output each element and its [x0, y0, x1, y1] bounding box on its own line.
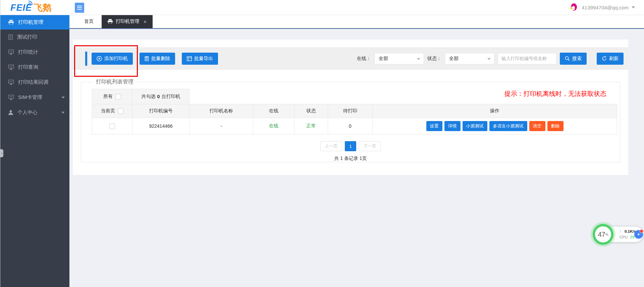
logo-text-cn: 飞鹅 — [34, 2, 51, 13]
button-label: 批量导出 — [194, 56, 213, 62]
sidebar-item-personal-center[interactable]: 个人中心 — [0, 105, 69, 120]
select-value: 全部 — [449, 56, 459, 62]
next-page-button[interactable]: 下一页 — [359, 141, 381, 151]
plus-circle-icon — [97, 56, 102, 61]
settings-button[interactable]: 设置 — [426, 121, 442, 131]
printer-status: 正常 — [294, 118, 328, 134]
button-label: 搜索 — [572, 56, 582, 62]
select-all-label: 所有 — [103, 94, 113, 100]
batch-delete-button[interactable]: 批量删除 — [140, 53, 175, 65]
batch-export-button[interactable]: 批量导出 — [182, 53, 218, 65]
online-filter-label: 在线： — [357, 56, 371, 62]
printer-pending-count: 0 — [328, 118, 373, 134]
sidebar-item-label: 个人中心 — [17, 109, 38, 116]
status-filter-label: 状态： — [427, 56, 441, 62]
chevron-down-icon — [487, 58, 491, 60]
tab-home[interactable]: 首页 — [76, 15, 102, 28]
printer-icon — [108, 19, 113, 24]
column-header-current-page: 当前页 — [92, 104, 132, 118]
monitor-icon — [8, 95, 14, 100]
sidebar-item-sim-card-management[interactable]: SIM卡管理 — [0, 90, 69, 105]
search-input[interactable] — [498, 53, 556, 64]
delete-button[interactable]: 删除 — [547, 121, 564, 131]
trash-icon — [145, 56, 149, 61]
record-summary: 共 1 条记录 1页 — [81, 156, 620, 162]
sidebar-item-label: SIM卡管理 — [18, 94, 42, 101]
row-checkbox[interactable] — [109, 123, 115, 129]
column-header-pending: 待打印 — [328, 104, 373, 118]
sidebar-item-label: 打印机管理 — [18, 19, 43, 25]
monitor-icon — [8, 65, 14, 70]
printer-list-legend: 打印机列表管理 — [93, 78, 137, 85]
toolbar: 添加打印机 批量删除 批量导出 在线： 全部 — [73, 47, 628, 70]
table-header-row: 当前页 打印机编号 打印机名称 在线 状态 待打印 操作 — [92, 104, 617, 118]
sidebar: 打印机管理 测试打印 打印统计 打印查询 打印结果回调 — [0, 15, 69, 287]
app-window: FEIE 飞鹅 413994704@qq.com 打印机管理 — [0, 0, 644, 287]
accent-bar — [85, 52, 87, 66]
hamburger-icon — [77, 7, 82, 8]
select-page-checkbox[interactable] — [118, 108, 123, 114]
select-all-cell: 所有 — [92, 89, 132, 104]
sidebar-item-label: 打印统计 — [18, 49, 38, 55]
clear-button[interactable]: 清空 — [529, 121, 545, 131]
search-button[interactable]: 搜索 — [560, 53, 587, 65]
details-button[interactable]: 详情 — [444, 121, 461, 131]
pagination: 上一页 1 下一页 — [81, 141, 620, 151]
document-icon — [8, 35, 13, 40]
selected-count: 0 — [157, 94, 160, 99]
status-filter-select[interactable]: 全部 — [445, 53, 494, 64]
selected-summary-prefix: 共勾选 — [142, 94, 156, 100]
refresh-icon — [602, 56, 607, 61]
tab-bar: 首页 打印机管理 × — [69, 15, 644, 29]
tab-printer-management[interactable]: 打印机管理 × — [102, 15, 153, 28]
column-header-name: 打印机名称 — [190, 104, 253, 118]
percent-sign: % — [605, 233, 608, 236]
user-menu[interactable]: 413994704@qq.com — [568, 0, 635, 15]
select-all-checkbox[interactable] — [115, 94, 121, 100]
sidebar-item-printer-management[interactable]: 打印机管理 — [0, 15, 69, 30]
page-1-button[interactable]: 1 — [345, 141, 356, 151]
app-logo[interactable]: FEIE 飞鹅 — [10, 2, 51, 13]
sidebar-collapse-handle[interactable]: ‹ — [0, 149, 3, 157]
notification-dot — [640, 229, 643, 233]
chevron-down-icon — [632, 6, 635, 8]
prev-page-button[interactable]: 上一页 — [320, 141, 342, 151]
export-icon — [187, 56, 192, 61]
refresh-button[interactable]: 刷新 — [597, 53, 624, 65]
printer-sn: 922414466 — [132, 118, 190, 134]
add-printer-button[interactable]: 添加打印机 — [92, 53, 133, 65]
sidebar-toggle-button[interactable] — [75, 3, 84, 13]
ticket-test-button[interactable]: 小票测试 — [463, 121, 487, 131]
tab-label: 首页 — [84, 18, 94, 24]
upload-arrow-icon: ↑ — [620, 229, 622, 233]
user-icon — [8, 110, 13, 115]
sidebar-item-print-stats[interactable]: 打印统计 — [0, 45, 69, 60]
online-filter-select[interactable]: 全部 — [374, 53, 424, 64]
filter-bar: 在线： 全部 状态： 全部 搜索 — [357, 53, 624, 65]
column-header-label: 当前页 — [101, 108, 115, 114]
column-header-sn: 打印机编号 — [132, 104, 190, 118]
table-row: 922414466 - 在线 正常 0 设置 详情 小票测试 多语言小票测试 清… — [92, 118, 617, 134]
selected-summary-suffix: 台打印机 — [161, 94, 180, 100]
button-label: 添加打印机 — [104, 56, 128, 62]
sidebar-item-print-query[interactable]: 打印查询 — [0, 60, 69, 75]
sidebar-item-print-result-callback[interactable]: 打印结果回调 — [0, 75, 69, 90]
sidebar-item-label: 打印结果回调 — [18, 79, 48, 85]
close-icon[interactable]: × — [144, 19, 147, 24]
row-actions-cell: 设置 详情 小票测试 多语言小票测试 清空 删除 — [373, 118, 617, 134]
monitor-icon — [8, 80, 14, 85]
memory-percent-gauge[interactable]: 47 % — [593, 224, 613, 245]
monitor-icon — [8, 50, 14, 55]
sidebar-item-test-print[interactable]: 测试打印 — [0, 30, 69, 45]
signal-icon — [28, 1, 34, 5]
button-label: 刷新 — [609, 56, 619, 62]
button-label: 批量删除 — [151, 56, 170, 62]
tab-label: 打印机管理 — [116, 18, 139, 24]
multilang-ticket-test-button[interactable]: 多语言小票测试 — [489, 121, 527, 131]
chevron-down-icon — [417, 58, 420, 60]
avatar — [568, 2, 579, 13]
content-area: 添加打印机 批量删除 批量导出 在线： 全部 — [69, 29, 644, 287]
chevron-down-icon — [61, 97, 65, 99]
widget-plus-button[interactable]: + — [634, 230, 643, 239]
select-value: 全部 — [379, 56, 388, 62]
